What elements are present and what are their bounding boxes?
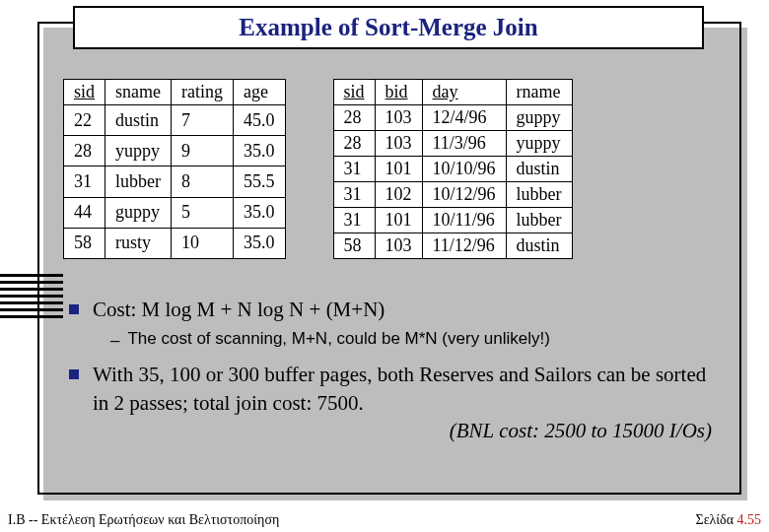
footer: Ι.Β -- Εκτέλεση Ερωτήσεων και Βελτιστοπο… <box>8 512 761 528</box>
reserves-table: sidbiddayrname 2810312/4/96guppy2810311/… <box>333 79 573 259</box>
col-header: rating <box>172 80 234 105</box>
table-row: 28yuppy935.0 <box>64 136 286 166</box>
page-label: Σελίδα <box>695 512 736 527</box>
cell: lubber <box>506 208 572 233</box>
cell: rusty <box>105 228 172 258</box>
bullet-square-icon <box>69 304 79 314</box>
cell: 5 <box>172 197 234 228</box>
table-row: 3110110/10/96dustin <box>333 157 572 182</box>
cell: 35.0 <box>234 228 286 258</box>
decorative-stripes <box>0 274 63 322</box>
col-header: bid <box>375 80 422 105</box>
bullet-2-text: With 35, 100 or 300 buffer pages, both R… <box>93 361 720 444</box>
cell: lubber <box>105 166 172 197</box>
cell: 58 <box>64 228 105 258</box>
table-row: 2810312/4/96guppy <box>333 105 572 131</box>
cell: 10/10/96 <box>422 157 506 182</box>
bullet-square-icon <box>69 369 79 379</box>
col-header: sid <box>64 80 105 105</box>
cell: yuppy <box>105 136 172 166</box>
cell: 31 <box>333 182 375 208</box>
table-row: 3110110/11/96lubber <box>333 208 572 233</box>
table-row: 58rusty1035.0 <box>64 228 286 258</box>
cell: 103 <box>375 233 422 259</box>
table-row: 44guppy535.0 <box>64 197 286 228</box>
cell: 10/12/96 <box>422 182 506 208</box>
footer-page: Σελίδα 4.55 <box>695 512 761 528</box>
cell: 12/4/96 <box>422 105 506 131</box>
sub-bullet-1: – The cost of scanning, M+N, could be M*… <box>110 329 720 351</box>
bullet-2-italic: (BNL cost: 2500 to 15000 I/Os) <box>93 417 720 444</box>
sub-bullet-1-text: The cost of scanning, M+N, could be M*N … <box>127 329 549 349</box>
cell: guppy <box>105 197 172 228</box>
cell: lubber <box>506 182 572 208</box>
cell: 35.0 <box>234 136 286 166</box>
col-header: rname <box>506 80 572 105</box>
col-header: day <box>422 80 506 105</box>
table-row: 2810311/3/96yuppy <box>333 131 572 157</box>
table-row: 22dustin745.0 <box>64 105 286 136</box>
footer-left: Ι.Β -- Εκτέλεση Ερωτήσεων και Βελτιστοπο… <box>8 512 279 528</box>
dash-icon: – <box>110 331 119 351</box>
sailors-table: sidsnameratingage 22dustin745.028yuppy93… <box>63 79 286 259</box>
bullet-1-text: Cost: M log M + N log N + (M+N) <box>93 296 384 323</box>
cell: 101 <box>375 208 422 233</box>
slide-title: Example of Sort-Merge Join <box>239 14 537 41</box>
cell: dustin <box>105 105 172 136</box>
table-row: 3110210/12/96lubber <box>333 182 572 208</box>
table-row: 31lubber855.5 <box>64 166 286 197</box>
cell: 102 <box>375 182 422 208</box>
cell: 10 <box>172 228 234 258</box>
col-header: sid <box>333 80 375 105</box>
cell: 45.0 <box>234 105 286 136</box>
title-box: Example of Sort-Merge Join <box>73 6 704 49</box>
cell: 103 <box>375 105 422 131</box>
cell: 28 <box>64 136 105 166</box>
cell: 8 <box>172 166 234 197</box>
cell: 55.5 <box>234 166 286 197</box>
cell: 11/3/96 <box>422 131 506 157</box>
page-number: 4.55 <box>737 512 762 527</box>
table-row: 5810311/12/96dustin <box>333 233 572 259</box>
col-header: age <box>234 80 286 105</box>
cell: 31 <box>333 208 375 233</box>
bullet-1: Cost: M log M + N log N + (M+N) <box>69 296 720 323</box>
bullet-2-main: With 35, 100 or 300 buffer pages, both R… <box>93 363 706 414</box>
cell: 31 <box>64 166 105 197</box>
cell: 9 <box>172 136 234 166</box>
bullet-list: Cost: M log M + N log N + (M+N) – The co… <box>69 296 720 450</box>
cell: 58 <box>333 233 375 259</box>
cell: guppy <box>506 105 572 131</box>
cell: yuppy <box>506 131 572 157</box>
cell: 101 <box>375 157 422 182</box>
cell: 103 <box>375 131 422 157</box>
cell: dustin <box>506 157 572 182</box>
cell: 28 <box>333 131 375 157</box>
cell: 31 <box>333 157 375 182</box>
cell: 11/12/96 <box>422 233 506 259</box>
col-header: sname <box>105 80 172 105</box>
cell: 22 <box>64 105 105 136</box>
bullet-2: With 35, 100 or 300 buffer pages, both R… <box>69 361 720 444</box>
cell: 10/11/96 <box>422 208 506 233</box>
cell: 7 <box>172 105 234 136</box>
tables-container: sidsnameratingage 22dustin745.028yuppy93… <box>63 79 734 259</box>
cell: 28 <box>333 105 375 131</box>
cell: 35.0 <box>234 197 286 228</box>
cell: 44 <box>64 197 105 228</box>
cell: dustin <box>506 233 572 259</box>
